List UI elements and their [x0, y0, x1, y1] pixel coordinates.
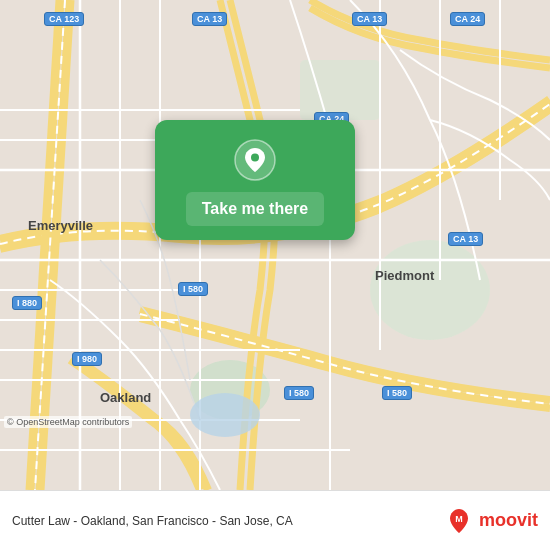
highway-shield-i980: I 980	[72, 352, 102, 366]
highway-shield-i880: I 880	[12, 296, 42, 310]
highway-shield-ca13-2: CA 13	[352, 12, 387, 26]
map-view: Emeryville Oakland Piedmont CA 123 CA 13…	[0, 0, 550, 490]
highway-shield-i580-3: I 580	[382, 386, 412, 400]
location-text: Cutter Law - Oakland, San Francisco - Sa…	[12, 514, 445, 528]
moovit-icon: M	[445, 507, 473, 535]
take-me-there-button[interactable]: Take me there	[186, 192, 324, 226]
highway-shield-ca24: CA 24	[450, 12, 485, 26]
popup-card: Take me there	[155, 120, 355, 240]
highway-shield-ca123: CA 123	[44, 12, 84, 26]
svg-point-22	[190, 393, 260, 437]
highway-shield-ca13-3: CA 13	[448, 232, 483, 246]
moovit-label: moovit	[479, 510, 538, 531]
highway-shield-ca13-1: CA 13	[192, 12, 227, 26]
svg-point-2	[370, 240, 490, 340]
highway-shield-i580-1: I 580	[178, 282, 208, 296]
moovit-logo: M moovit	[445, 507, 538, 535]
map-copyright: © OpenStreetMap contributors	[4, 416, 132, 428]
location-pin-icon	[233, 138, 277, 182]
bottom-bar: Cutter Law - Oakland, San Francisco - Sa…	[0, 490, 550, 550]
svg-text:M: M	[455, 514, 463, 524]
highway-shield-i580-2: I 580	[284, 386, 314, 400]
svg-point-24	[251, 154, 259, 162]
